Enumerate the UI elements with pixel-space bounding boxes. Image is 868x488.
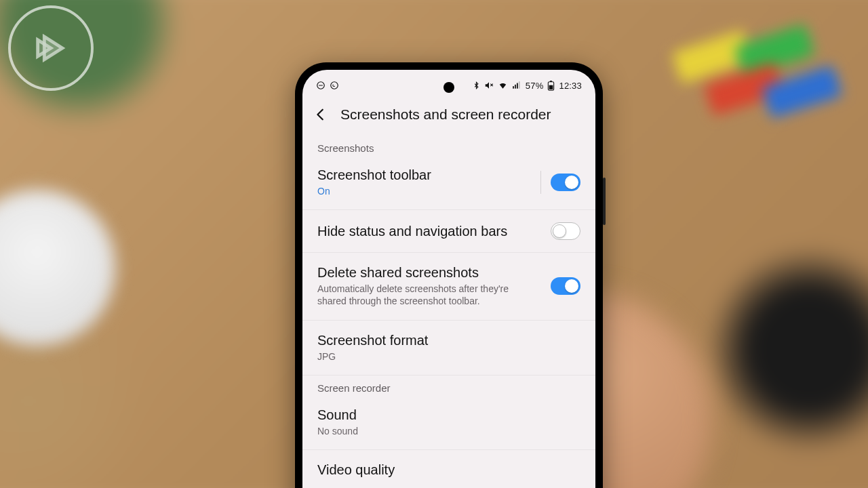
toggle-delete-shared[interactable] [551,277,580,295]
phone-frame: 57% 12:33 Screenshots and screen recorde… [295,62,603,488]
back-button[interactable] [312,106,330,123]
app-bar: Screenshots and screen recorder [302,95,595,136]
svg-rect-13 [549,85,553,89]
wifi-icon [498,81,508,90]
row-sublabel: No sound [317,425,570,437]
row-label: Sound [317,407,570,423]
row-label: Hide status and navigation bars [317,224,540,239]
row-hide-bars[interactable]: Hide status and navigation bars [302,210,595,253]
svg-rect-9 [517,83,518,89]
bluetooth-icon [473,81,480,90]
section-label-screenshots: Screenshots [302,136,595,155]
clock: 12:33 [559,81,582,91]
toggle-hide-bars[interactable] [551,222,580,240]
row-label: Delete shared screenshots [317,265,540,281]
row-screenshot-format[interactable]: Screenshot format JPG [302,321,595,375]
row-label: Screenshot toolbar [317,167,530,183]
svg-rect-7 [513,86,514,89]
row-video-quality[interactable]: Video quality [302,450,595,488]
vertical-divider [540,171,541,194]
row-label: Video quality [317,462,570,478]
page-title: Screenshots and screen recorder [340,106,551,123]
mute-icon [484,81,494,90]
row-label: Screenshot format [317,333,570,348]
row-sublabel: On [317,185,530,197]
dnd-icon [316,81,326,90]
section-label-recorder: Screen recorder [302,375,595,395]
row-delete-shared[interactable]: Delete shared screenshots Automatically … [302,253,595,320]
battery-icon [547,81,555,91]
svg-point-4 [331,82,338,89]
svg-rect-8 [515,85,516,89]
toggle-screenshot-toolbar[interactable] [551,174,580,191]
svg-rect-12 [550,81,552,82]
signal-icon [512,81,521,90]
phone-screen: 57% 12:33 Screenshots and screen recorde… [302,70,595,488]
row-sound[interactable]: Sound No sound [302,395,595,450]
channel-watermark [8,5,94,91]
punch-hole-camera [443,82,454,93]
battery-percent: 57% [526,81,544,91]
whatsapp-icon [330,81,339,90]
row-screenshot-toolbar[interactable]: Screenshot toolbar On [302,155,595,210]
row-sublabel: JPG [317,350,570,363]
svg-rect-10 [519,81,520,89]
row-sublabel: Automatically delete screenshots after t… [317,283,540,307]
chevron-left-icon [313,107,328,122]
